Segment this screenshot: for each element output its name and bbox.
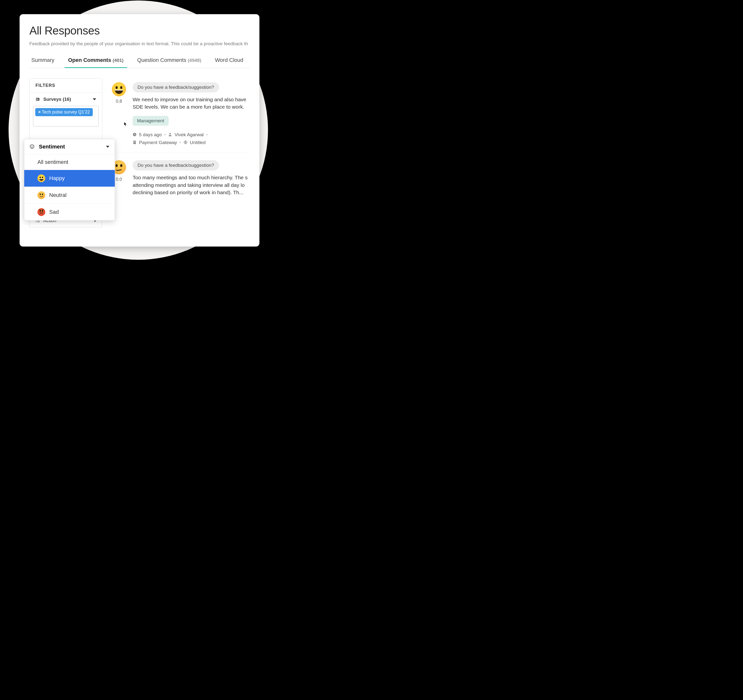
page-subtitle: Feedback provided by the people of your … bbox=[30, 41, 250, 47]
svg-rect-6 bbox=[134, 141, 134, 142]
svg-rect-2 bbox=[37, 99, 38, 100]
comment-card: 0.0 Do you have a feedback/suggestion? T… bbox=[111, 153, 250, 209]
dot-separator: • bbox=[179, 140, 181, 145]
survey-chip[interactable]: ×Tech pulse survey Q1'22 bbox=[35, 108, 93, 116]
meta-time: 5 days ago bbox=[133, 132, 162, 137]
tab-question-count: (4948) bbox=[188, 58, 201, 63]
comment-body: Do you have a feedback/suggestion? We ne… bbox=[133, 82, 249, 146]
tab-wordcloud-label: Word Cloud bbox=[215, 57, 243, 63]
tab-summary-label: Summary bbox=[31, 57, 54, 63]
question-prompt: Do you have a feedback/suggestion? bbox=[133, 82, 219, 93]
svg-point-11 bbox=[30, 145, 34, 148]
meta-time-value: 5 days ago bbox=[139, 132, 162, 137]
chevron-down-icon bbox=[93, 98, 96, 100]
meta-author: Vivek Agarwal bbox=[168, 132, 204, 137]
surveys-icon bbox=[36, 97, 40, 102]
comment-text: Too many meetings and too much hierarchy… bbox=[133, 174, 249, 196]
svg-rect-1 bbox=[37, 99, 38, 99]
filter-surveys[interactable]: Surveys (16) bbox=[30, 93, 102, 106]
sentiment-title: Sentiment bbox=[39, 143, 65, 150]
comment-card: 0.8 Do you have a feedback/suggestion? W… bbox=[111, 78, 250, 153]
person-icon bbox=[168, 133, 173, 137]
sentiment-score: 0.0 bbox=[116, 177, 122, 182]
chevron-down-icon bbox=[106, 146, 110, 148]
svg-point-12 bbox=[31, 146, 31, 146]
comment-meta: 5 days ago • Vivek Agarwal • bbox=[133, 132, 249, 145]
svg-rect-0 bbox=[36, 98, 39, 101]
meta-extra: Untitled bbox=[184, 140, 206, 145]
dot-separator: • bbox=[164, 132, 166, 137]
survey-chip-input[interactable]: ×Tech pulse survey Q1'22 bbox=[33, 106, 99, 127]
chip-remove-icon[interactable]: × bbox=[38, 109, 41, 114]
question-prompt: Do you have a feedback/suggestion? bbox=[133, 160, 219, 170]
happy-face-icon bbox=[112, 82, 126, 96]
globe-icon bbox=[184, 140, 188, 145]
clock-icon bbox=[133, 133, 137, 137]
sentiment-option-all-label: All sentiment bbox=[37, 159, 68, 165]
sentiment-option-happy[interactable]: Happy bbox=[24, 170, 115, 187]
svg-point-13 bbox=[33, 146, 33, 146]
tab-open-count: (401) bbox=[112, 58, 123, 63]
meta-author-value: Vivek Agarwal bbox=[175, 132, 204, 137]
topic-tag[interactable]: Management bbox=[133, 116, 169, 126]
sentiment-option-sad[interactable]: Sad bbox=[24, 204, 115, 220]
sentiment-option-neutral[interactable]: Neutral bbox=[24, 187, 115, 204]
tab-question-label: Question Comments bbox=[137, 57, 186, 63]
sentiment-score: 0.8 bbox=[116, 99, 122, 104]
filter-surveys-label: Surveys (16) bbox=[43, 97, 71, 102]
sentiment-option-all[interactable]: All sentiment bbox=[24, 155, 115, 170]
comments-column: 0.8 Do you have a feedback/suggestion? W… bbox=[111, 78, 250, 227]
meta-dept: Payment Gateway bbox=[133, 140, 177, 145]
svg-point-4 bbox=[169, 133, 171, 134]
chip-label: Tech pulse survey Q1'22 bbox=[42, 109, 90, 114]
sentiment-dropdown[interactable]: Sentiment All sentiment Happy Neutral Sa… bbox=[24, 139, 115, 221]
tab-question-comments[interactable]: Question Comments (4948) bbox=[135, 55, 203, 68]
page-title: All Responses bbox=[30, 24, 250, 37]
svg-rect-9 bbox=[135, 142, 135, 143]
angry-face-icon bbox=[37, 208, 45, 216]
sentiment-option-happy-label: Happy bbox=[49, 175, 65, 182]
svg-rect-8 bbox=[134, 142, 134, 143]
svg-rect-5 bbox=[133, 141, 136, 144]
sentiment-option-neutral-label: Neutral bbox=[49, 192, 67, 198]
comment-sentiment-col: 0.8 bbox=[112, 82, 126, 146]
filters-heading: FILTERS bbox=[30, 78, 102, 93]
tab-summary[interactable]: Summary bbox=[30, 55, 56, 68]
tab-open-comments[interactable]: Open Comments (401) bbox=[66, 55, 126, 68]
happy-face-icon bbox=[37, 174, 45, 182]
building-icon bbox=[133, 140, 137, 145]
tab-bar: Summary Open Comments (401) Question Com… bbox=[30, 55, 250, 68]
meta-dept-value: Payment Gateway bbox=[139, 140, 177, 145]
comment-text: We need to improve on our training and a… bbox=[133, 96, 249, 111]
tab-word-cloud[interactable]: Word Cloud bbox=[213, 55, 245, 68]
svg-rect-7 bbox=[135, 141, 135, 142]
comment-body: Do you have a feedback/suggestion? Too m… bbox=[133, 160, 249, 202]
tab-open-label: Open Comments bbox=[68, 57, 111, 63]
sentiment-header[interactable]: Sentiment bbox=[24, 139, 115, 155]
dot-separator: • bbox=[206, 132, 207, 137]
face-outline-icon bbox=[30, 144, 35, 149]
neutral-face-icon bbox=[37, 191, 45, 199]
meta-extra-value: Untitled bbox=[190, 140, 206, 145]
sentiment-option-sad-label: Sad bbox=[49, 209, 59, 215]
